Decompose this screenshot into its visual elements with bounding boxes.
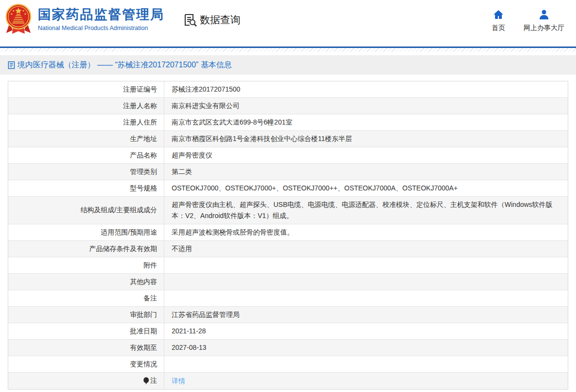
row-label: 注册人住所 bbox=[8, 114, 164, 130]
table-row: 注册人名称南京科进实业有限公司 bbox=[8, 98, 568, 114]
nav-home-label: 首页 bbox=[492, 24, 505, 32]
nav-home[interactable]: 首页 bbox=[492, 9, 505, 32]
table-row: 批准日期2021-11-28 bbox=[8, 323, 568, 340]
row-label: 批准日期 bbox=[8, 323, 164, 339]
table-row: 备注 bbox=[8, 290, 568, 307]
table-row: 注册人住所南京市玄武区玄武大道699-8号6幢201室 bbox=[8, 114, 568, 131]
table-row: 结构及组成/主要组成成分超声骨密度仪由主机、超声探头、USB电缆、电源电缆、电源… bbox=[8, 197, 568, 224]
row-label: 适用范围/预期用途 bbox=[8, 224, 164, 240]
row-value: 不适用 bbox=[164, 241, 568, 257]
row-label: 型号规格 bbox=[8, 180, 164, 196]
table-row: 适用范围/预期用途采用超声波检测桡骨或胫骨的骨密度值。 bbox=[8, 224, 568, 241]
nav-service-hall[interactable]: 网上办事大厅 bbox=[524, 9, 564, 32]
table-row: 附件 bbox=[8, 257, 568, 274]
note-balloon-icon bbox=[143, 377, 149, 385]
row-value bbox=[164, 274, 568, 290]
row-value: 南京市栖霞区科创路1号金港科技创业中心综合楼11楼东半层 bbox=[164, 131, 568, 147]
table-row: 其他内容 bbox=[8, 274, 568, 290]
row-label: 其他内容 bbox=[8, 274, 164, 290]
row-value: 南京科进实业有限公司 bbox=[164, 98, 568, 114]
row-label: 备注 bbox=[8, 290, 164, 306]
row-label: 变更情况 bbox=[8, 356, 164, 372]
national-emblem-icon bbox=[5, 3, 32, 36]
row-label: 产品储存条件及有效期 bbox=[8, 241, 164, 257]
breadcrumb: 境内医疗器械（注册） —— “苏械注准20172071500” 基本信息 bbox=[0, 55, 576, 75]
site-subtitle: National Medical Products Administration bbox=[38, 25, 164, 31]
table-row: 产品名称超声骨密度仪 bbox=[8, 147, 568, 164]
row-label-text: 注 bbox=[150, 376, 157, 385]
site-title: 国家药品监督管理局 bbox=[38, 7, 164, 22]
row-value: 苏械注准20172071500 bbox=[164, 81, 568, 97]
row-value: 2021-11-28 bbox=[164, 323, 568, 339]
nmpa-logo: 国家药品监督管理局 National Medical Products Admi… bbox=[5, 3, 164, 36]
row-label: 产品名称 bbox=[8, 147, 164, 163]
row-value bbox=[164, 257, 568, 273]
header-nav: 首页 网上办事大厅 bbox=[492, 9, 564, 32]
row-label: 注册人名称 bbox=[8, 98, 164, 114]
row-value: 采用超声波检测桡骨或胫骨的骨密度值。 bbox=[164, 224, 568, 240]
row-value: 超声骨密度仪由主机、超声探头、USB电缆、电源电缆、电源适配器、校准模块、定位标… bbox=[164, 197, 568, 224]
row-label: 有效期至 bbox=[8, 340, 164, 356]
row-value: 江苏省药品监督管理局 bbox=[164, 307, 568, 323]
row-value: 南京市玄武区玄武大道699-8号6幢201室 bbox=[164, 114, 568, 130]
header: 国家药品监督管理局 National Medical Products Admi… bbox=[0, 0, 576, 47]
breadcrumb-text: 境内医疗器械（注册） —— “苏械注准20172071500” 基本信息 bbox=[17, 60, 232, 70]
person-icon bbox=[538, 9, 550, 20]
table-row-note: 注 详情 bbox=[8, 373, 568, 389]
document-search-icon bbox=[183, 13, 197, 27]
row-label: 生产地址 bbox=[8, 131, 164, 147]
row-value: 超声骨密度仪 bbox=[164, 147, 568, 163]
table-row: 注册证编号苏械注准20172071500 bbox=[8, 81, 568, 98]
details-link[interactable]: 详情 bbox=[172, 376, 185, 387]
row-value bbox=[164, 356, 568, 372]
hatch-strip bbox=[0, 48, 576, 52]
table-row: 变更情况 bbox=[8, 356, 568, 373]
row-label: 审批部门 bbox=[8, 307, 164, 323]
row-value: 第二类 bbox=[164, 164, 568, 180]
row-value: OSTEOKJ7000、OSTEOKJ7000+、OSTEOKJ7000++、O… bbox=[164, 180, 568, 196]
data-query-section[interactable]: 数据查询 bbox=[183, 13, 240, 27]
home-icon bbox=[493, 9, 504, 20]
row-label: 注 bbox=[8, 373, 164, 389]
row-label: 管理类别 bbox=[8, 164, 164, 180]
table-row: 审批部门江苏省药品监督管理局 bbox=[8, 307, 568, 323]
logo-text: 国家药品监督管理局 National Medical Products Admi… bbox=[38, 7, 164, 31]
table-row: 产品储存条件及有效期不适用 bbox=[8, 241, 568, 257]
table-row: 管理类别第二类 bbox=[8, 164, 568, 180]
row-value: 2027-08-13 bbox=[164, 340, 568, 356]
table-row: 有效期至2027-08-13 bbox=[8, 340, 568, 356]
row-label: 注册证编号 bbox=[8, 81, 164, 97]
table-row: 型号规格OSTEOKJ7000、OSTEOKJ7000+、OSTEOKJ7000… bbox=[8, 180, 568, 197]
page-icon bbox=[8, 61, 15, 69]
data-query-label: 数据查询 bbox=[200, 13, 240, 27]
registration-info-table: 注册证编号苏械注准20172071500 注册人名称南京科进实业有限公司 注册人… bbox=[8, 81, 568, 390]
row-value: 详情 bbox=[164, 373, 568, 389]
nav-service-hall-label: 网上办事大厅 bbox=[524, 24, 564, 32]
row-label: 结构及组成/主要组成成分 bbox=[8, 197, 164, 224]
row-label: 附件 bbox=[8, 257, 164, 273]
table-row: 生产地址南京市栖霞区科创路1号金港科技创业中心综合楼11楼东半层 bbox=[8, 131, 568, 147]
row-value bbox=[164, 290, 568, 306]
